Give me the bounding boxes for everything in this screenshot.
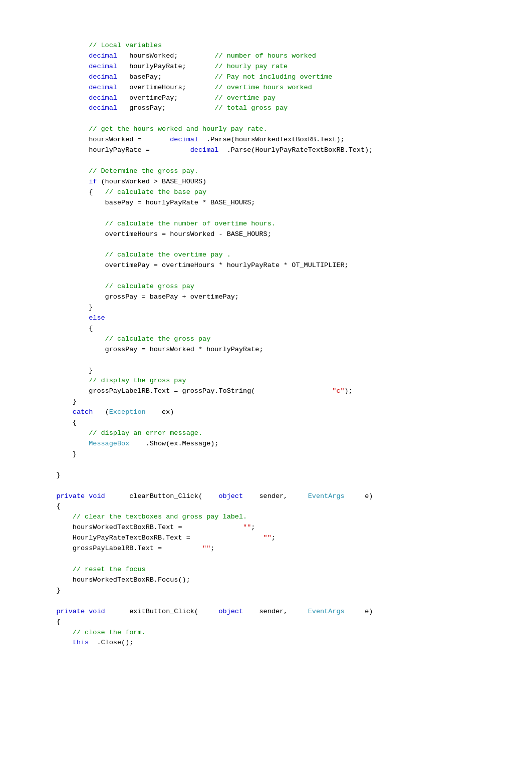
line-grossPayLabel-assign: grossPayLabelRB.Text = grossPay.ToString…	[40, 387, 353, 395]
line-comment-display-gross: // display the gross pay	[40, 377, 186, 384]
line-comment-reset-focus: // reset the focus	[40, 566, 146, 573]
line-blank-1	[40, 115, 44, 122]
line-open-brace-clear: {	[40, 502, 61, 510]
line-decl-hourlyPayRate: decimal hourlyPayRate; // hourly pay rat…	[40, 63, 288, 70]
line-comment-determine: // Determine the gross pay.	[40, 167, 198, 175]
line-exit-method-sig: private void exitButton_Click( object se…	[40, 608, 373, 615]
line-blank-3	[40, 209, 44, 217]
line-comment-close-form: // close the form.	[40, 629, 146, 636]
line-grossPay-assign-2: grossPay = hoursWorked * hourlyPayRate;	[40, 346, 263, 353]
line-comment-calc-gross-2: // calculate the gross pay	[40, 335, 210, 343]
line-hourlyPayRate-clear: HourlyPayRateTextBoxRB.Text = "";	[40, 534, 276, 542]
line-close-brace-clear: }	[40, 587, 61, 594]
line-decl-hoursWorked: decimal hoursWorked; // number of hours …	[40, 52, 316, 60]
line-comment-calc-overtime-pay: // calculate the overtime pay .	[40, 251, 231, 258]
line-else: else	[40, 314, 105, 322]
line-close-brace-catch: }	[40, 450, 77, 458]
line-blank-8	[40, 482, 44, 489]
line-decl-basePay: decimal basePay; // Pay not including ov…	[40, 73, 332, 81]
line-comment-local-vars: // Local variables	[40, 42, 162, 49]
line-hoursWorked-clear: hoursWorkedTextBoxRB.Text = "";	[40, 524, 255, 531]
line-blank-2	[40, 157, 44, 164]
line-blank-6	[40, 356, 44, 364]
line-open-brace-exit: {	[40, 618, 61, 626]
line-comment-clear-textboxes: // clear the textboxes and gross pay lab…	[40, 513, 247, 520]
line-grossPayLabel-clear: grossPayLabelRB.Text = "";	[40, 545, 214, 552]
line-basePay-assign: basePay = hourlyPayRate * BASE_HOURS;	[40, 199, 255, 206]
line-overtimePay-assign: overtimePay = overtimeHours * hourlyPayR…	[40, 262, 349, 269]
line-comment-calc-gross: // calculate gross pay	[40, 283, 194, 290]
line-catch: catch (Exception ex)	[40, 408, 174, 416]
line-close-brace-3: }	[40, 398, 77, 405]
line-overtimeHours-assign: overtimeHours = hoursWorked - BASE_HOURS…	[40, 230, 272, 238]
line-decl-grossPay: decimal grossPay; // total gross pay	[40, 104, 288, 112]
line-blank-5	[40, 272, 44, 280]
line-close-brace-method1: }	[40, 471, 61, 479]
line-open-brace-1: { // calculate the base pay	[40, 188, 206, 196]
line-clear-method-sig: private void clearButton_Click( object s…	[40, 492, 373, 500]
line-blank-9	[40, 555, 44, 563]
line-grossPay-assign-1: grossPay = basePay + overtimePay;	[40, 293, 239, 301]
line-comment-display-error: // display an error message.	[40, 429, 202, 437]
line-decl-overtimePay: decimal overtimePay; // overtime pay	[40, 94, 276, 102]
line-open-brace-catch: {	[40, 419, 77, 426]
line-messagebox-show: MessageBox .Show(ex.Message);	[40, 440, 218, 447]
line-close-brace-2: }	[40, 367, 93, 374]
line-focus-call: hoursWorkedTextBoxRB.Focus();	[40, 576, 190, 584]
code-editor: // Local variables decimal hoursWorked; …	[40, 30, 532, 648]
line-hoursWorked-assign: hoursWorked = decimal .Parse(hoursWorked…	[40, 136, 345, 143]
line-this-close: this .Close();	[40, 639, 133, 646]
line-blank-4	[40, 240, 44, 248]
line-decl-overtimeHours: decimal overtimeHours; // overtime hours…	[40, 84, 312, 91]
line-blank-10	[40, 597, 44, 605]
line-if: if (hoursWorked > BASE_HOURS)	[40, 178, 206, 185]
line-comment-get-hours: // get the hours worked and hourly pay r…	[40, 125, 268, 133]
line-open-brace-2: {	[40, 325, 93, 332]
line-close-brace-1: }	[40, 304, 93, 311]
line-hourlyPayRate-assign: hourlyPayRate = decimal .Parse(HourlyPay…	[40, 146, 373, 154]
line-comment-calc-overtime-hours: // calculate the number of overtime hour…	[40, 220, 276, 227]
line-blank-7	[40, 461, 44, 468]
